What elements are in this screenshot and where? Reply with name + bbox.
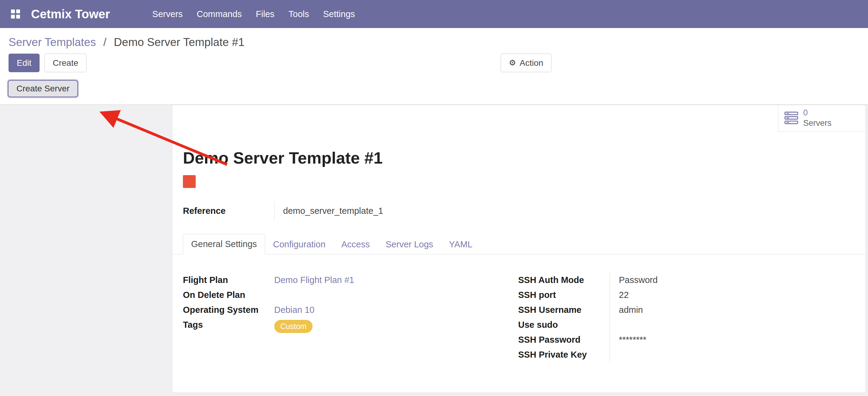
record-title: Demo Server Template #1 (183, 148, 854, 167)
ssh-auth-mode-label: SSH Auth Mode (518, 273, 610, 288)
ssh-password-label: SSH Password (518, 333, 610, 348)
ssh-private-key-value (610, 348, 854, 363)
stat-text: 0 Servers (803, 108, 832, 129)
field-row-use-sudo: Use sudo (518, 318, 854, 333)
action-button-label: Action (520, 58, 543, 68)
flight-plan-value-link[interactable]: Demo Flight Plan #1 (274, 275, 354, 285)
operating-system-label: Operating System (183, 303, 274, 318)
action-button[interactable]: ⚙ Action (501, 54, 552, 72)
field-groups: Flight Plan Demo Flight Plan #1 On Delet… (183, 273, 854, 363)
create-server-button[interactable]: Create Server (8, 80, 78, 97)
field-row-ssh-private-key: SSH Private Key (518, 348, 854, 363)
field-row-tags: Tags Custom (183, 318, 518, 333)
brand[interactable]: Cetmix Tower (31, 7, 110, 21)
on-delete-plan-label: On Delete Plan (183, 288, 274, 303)
breadcrumb-parent-link[interactable]: Server Templates (8, 36, 96, 49)
field-row-flight-plan: Flight Plan Demo Flight Plan #1 (183, 273, 518, 288)
use-sudo-value (610, 318, 854, 333)
breadcrumb-separator: / (103, 36, 106, 49)
gear-icon: ⚙ (509, 58, 516, 68)
reference-row: Reference demo_server_template_1 (183, 202, 854, 220)
field-group-left: Flight Plan Demo Flight Plan #1 On Delet… (183, 273, 518, 363)
ssh-username-label: SSH Username (518, 303, 610, 318)
field-row-operating-system: Operating System Debian 10 (183, 303, 518, 318)
nav-item-settings[interactable]: Settings (316, 0, 362, 28)
top-navbar: Cetmix Tower Servers Commands Files Tool… (0, 0, 868, 28)
control-panel-buttons: Edit Create ⚙ Action (0, 51, 868, 75)
ssh-private-key-label: SSH Private Key (518, 348, 610, 363)
ssh-port-label: SSH port (518, 288, 610, 303)
content-area: 0 Servers Demo Server Template #1 Refere… (0, 105, 868, 396)
servers-icon (784, 112, 798, 125)
field-row-ssh-username: SSH Username admin (518, 303, 854, 318)
tab-yaml[interactable]: YAML (441, 234, 480, 254)
apps-grid-icon[interactable] (8, 6, 23, 22)
breadcrumb-current: Demo Server Template #1 (114, 36, 244, 49)
tab-server-logs[interactable]: Server Logs (378, 234, 441, 254)
servers-count: 0 (803, 108, 808, 118)
nav-item-servers[interactable]: Servers (145, 0, 190, 28)
reference-value: demo_server_template_1 (274, 202, 383, 220)
flight-plan-label: Flight Plan (183, 273, 274, 288)
field-row-ssh-port: SSH port 22 (518, 288, 854, 303)
nav-item-commands[interactable]: Commands (190, 0, 249, 28)
record-color-swatch (183, 175, 196, 188)
tags-label: Tags (183, 318, 274, 333)
use-sudo-label: Use sudo (518, 318, 610, 333)
ssh-username-value: admin (610, 303, 854, 318)
tab-configuration[interactable]: Configuration (265, 234, 334, 254)
form-statusbar: Create Server (0, 75, 868, 105)
field-row-on-delete-plan: On Delete Plan (183, 288, 518, 303)
on-delete-plan-value (274, 288, 518, 303)
tab-access[interactable]: Access (334, 234, 378, 254)
apps-grid-icon-svg (11, 9, 21, 19)
tab-bar: General Settings Configuration Access Se… (172, 234, 866, 254)
field-row-ssh-auth-mode: SSH Auth Mode Password (518, 273, 854, 288)
nav-item-tools[interactable]: Tools (281, 0, 316, 28)
edit-button[interactable]: Edit (8, 54, 39, 72)
field-group-right: SSH Auth Mode Password SSH port 22 SSH U… (518, 273, 854, 363)
operating-system-value-link[interactable]: Debian 10 (274, 305, 314, 315)
main-menu: Servers Commands Files Tools Settings (145, 0, 362, 28)
ssh-port-value: 22 (610, 288, 854, 303)
servers-stat-button[interactable]: 0 Servers (784, 108, 832, 129)
form-sheet: 0 Servers Demo Server Template #1 Refere… (172, 105, 866, 393)
sheet-inner: Demo Server Template #1 Reference demo_s… (172, 148, 866, 363)
reference-label: Reference (183, 202, 274, 220)
create-button[interactable]: Create (44, 54, 87, 72)
tab-general-settings[interactable]: General Settings (183, 234, 265, 254)
breadcrumb: Server Templates / Demo Server Template … (0, 28, 868, 51)
ssh-auth-mode-value: Password (610, 273, 854, 288)
servers-count-label: Servers (803, 118, 832, 129)
nav-item-files[interactable]: Files (249, 0, 281, 28)
page: Cetmix Tower Servers Commands Files Tool… (0, 0, 868, 396)
field-row-ssh-password: SSH Password ******** (518, 333, 854, 348)
ssh-password-value: ******** (610, 333, 854, 348)
stat-button-box: 0 Servers (778, 105, 866, 132)
tag-badge-custom: Custom (274, 320, 313, 333)
